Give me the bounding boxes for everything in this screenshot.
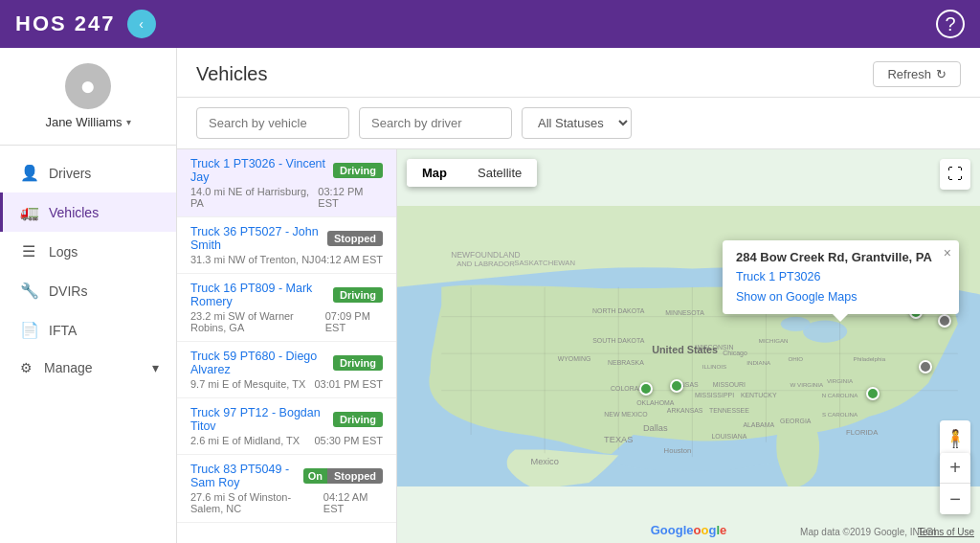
vehicle-location-4: 9.7 mi E of Mesquite, TX	[190, 378, 305, 390]
vehicle-item-top-6: Truck 83 PT5049 - Sam Roy OnStopped	[190, 463, 383, 489]
svg-text:NORTH DAKOTA: NORTH DAKOTA	[592, 307, 645, 314]
dvirs-icon: 🔧	[20, 282, 37, 300]
svg-text:SASKATCHEWAN: SASKATCHEWAN	[514, 259, 575, 267]
manage-icon: ⚙	[20, 360, 33, 375]
map-data-attr: Map data ©2019 Google, INEGI	[800, 527, 936, 537]
ifta-icon: 📄	[20, 321, 37, 339]
satellite-view-button[interactable]: Satellite	[462, 159, 537, 187]
svg-text:GEORGIA: GEORGIA	[780, 418, 812, 424]
back-button[interactable]: ‹	[127, 10, 156, 38]
zoom-out-button[interactable]: −	[940, 484, 970, 514]
svg-text:MISSOURI: MISSOURI	[713, 381, 746, 388]
vehicle-item-bottom-1: 14.0 mi NE of Harrisburg, PA 03:12 PM ES…	[190, 186, 383, 209]
sidebar-item-ifta[interactable]: 📄 IFTA	[0, 310, 176, 350]
sidebar-item-vehicles[interactable]: 🚛 Vehicles	[0, 192, 176, 232]
map-view-button[interactable]: Map	[407, 159, 462, 187]
sidebar-label-logs: Logs	[49, 244, 78, 260]
page-title: Vehicles	[196, 63, 268, 85]
vehicle-item-top-3: Truck 16 PT809 - Mark Romery Driving	[190, 282, 383, 308]
svg-text:NEWFOUNDLAND: NEWFOUNDLAND	[451, 250, 520, 260]
svg-text:S CAROLINA: S CAROLINA	[822, 411, 858, 418]
vehicle-item-2[interactable]: Truck 36 PT5027 - John Smith Stopped 31.…	[177, 217, 396, 274]
manage-chevron-icon: ▾	[152, 360, 159, 375]
popup-close-button[interactable]: ×	[944, 245, 951, 260]
vehicle-time-2: 04:12 AM EST	[315, 254, 383, 265]
sidebar-label-drivers: Drivers	[49, 166, 91, 181]
svg-text:Houston: Houston	[664, 446, 692, 455]
status-badge-4: Driving	[333, 355, 383, 371]
svg-text:ALABAMA: ALABAMA	[743, 421, 774, 428]
vehicle-name-1: Truck 1 PT3026 - Vincent Jay	[190, 157, 333, 184]
sidebar-item-logs[interactable]: ☰ Logs	[0, 232, 176, 271]
map-terms-link[interactable]: Terms of Use	[918, 527, 974, 537]
popup-truck-link[interactable]: Truck 1 PT3026	[736, 270, 946, 283]
vehicle-name-4: Truck 59 PT680 - Diego Alvarez	[190, 350, 333, 376]
svg-text:United States: United States	[652, 344, 718, 355]
map-marker-6[interactable]	[919, 360, 932, 373]
vehicle-item-3[interactable]: Truck 16 PT809 - Mark Romery Driving 23.…	[177, 274, 396, 342]
svg-text:MISSISSIPPI: MISSISSIPPI	[695, 392, 734, 398]
vehicle-location-1: 14.0 mi NE of Harrisburg, PA	[190, 186, 318, 209]
user-chevron-icon: ▾	[126, 117, 131, 127]
content-header: Vehicles Refresh ↻	[177, 48, 980, 98]
svg-text:MINNESOTA: MINNESOTA	[665, 309, 704, 316]
street-view-button[interactable]: 🧍	[940, 420, 970, 457]
refresh-label: Refresh	[887, 67, 931, 81]
user-name-row[interactable]: Jane Williams ▾	[45, 115, 130, 129]
fullscreen-button[interactable]: ⛶	[940, 159, 970, 190]
sidebar-nav: 👤 Drivers 🚛 Vehicles ☰ Logs 🔧 DVIRs 📄 IF…	[0, 146, 176, 543]
status-badge-3: Driving	[333, 287, 383, 303]
map-popup: × 284 Bow Creek Rd, Grantville, PA Truck…	[723, 240, 959, 314]
svg-text:TEXAS: TEXAS	[604, 435, 633, 444]
svg-text:ARKANSAS: ARKANSAS	[667, 407, 703, 414]
svg-text:N CAROLINA: N CAROLINA	[822, 392, 859, 398]
zoom-in-button[interactable]: +	[940, 453, 970, 484]
truck-id-1: Truck 1 PT3026	[190, 157, 275, 170]
zoom-controls: + −	[940, 453, 970, 514]
vehicle-time-4: 03:01 PM EST	[314, 378, 383, 390]
app-logo: HOS 247	[15, 11, 116, 36]
popup-address: 284 Bow Creek Rd, Grantville, PA	[736, 250, 946, 264]
svg-text:LOUISIANA: LOUISIANA	[711, 433, 746, 440]
svg-text:KENTUCKY: KENTUCKY	[741, 392, 777, 398]
svg-text:MICHIGAN: MICHIGAN	[759, 337, 789, 344]
sidebar-label-manage: Manage	[44, 360, 93, 375]
vehicle-item-4[interactable]: Truck 59 PT680 - Diego Alvarez Driving 9…	[177, 342, 396, 398]
vehicle-item-6[interactable]: Truck 83 PT5049 - Sam Roy OnStopped 27.6…	[177, 455, 396, 523]
map-marker-2[interactable]	[938, 314, 951, 328]
vehicle-location-2: 31.3 mi NW of Trenton, NJ	[190, 254, 315, 265]
status-badge-6: OnStopped	[303, 468, 383, 484]
street-view-icon: 🧍	[945, 428, 966, 449]
vehicle-time-5: 05:30 PM EST	[314, 435, 383, 446]
vehicle-item-bottom-4: 9.7 mi E of Mesquite, TX 03:01 PM EST	[190, 378, 383, 390]
user-name: Jane Williams	[45, 115, 122, 129]
popup-maps-link[interactable]: Show on Google Maps	[736, 290, 857, 304]
svg-text:ILLINOIS: ILLINOIS	[702, 363, 726, 370]
vehicle-item-5[interactable]: Truck 97 PT12 - Bogdan Titov Driving 2.6…	[177, 398, 396, 455]
vehicle-location-5: 2.6 mi E of Midland, TX	[190, 435, 300, 446]
vehicle-list: Truck 1 PT3026 - Vincent Jay Driving 14.…	[177, 149, 397, 543]
search-vehicle-input[interactable]	[196, 107, 349, 139]
map-attribution: Googleoogle	[651, 523, 727, 537]
vehicle-item-bottom-5: 2.6 mi E of Midland, TX 05:30 PM EST	[190, 435, 383, 446]
status-on-label: On	[303, 468, 327, 484]
status-badge-1: Driving	[333, 163, 383, 178]
sidebar-item-dvirs[interactable]: 🔧 DVIRs	[0, 271, 176, 310]
help-button[interactable]: ?	[936, 10, 965, 38]
status-filter-select[interactable]: All Statuses Driving Stopped	[522, 107, 632, 139]
map-area: NORTH DAKOTA MINNESOTA SOUTH DAKOTA WYOM…	[397, 149, 980, 543]
map-marker-3[interactable]	[866, 387, 880, 400]
sidebar-user: ● Jane Williams ▾	[0, 48, 176, 146]
map-marker-5[interactable]	[639, 382, 653, 396]
svg-text:OHIO: OHIO	[788, 355, 803, 362]
vehicle-item-1[interactable]: Truck 1 PT3026 - Vincent Jay Driving 14.…	[177, 149, 396, 217]
vehicle-name-5: Truck 97 PT12 - Bogdan Titov	[190, 406, 333, 433]
search-driver-input[interactable]	[359, 107, 512, 139]
svg-text:Mexico: Mexico	[531, 457, 559, 466]
refresh-button[interactable]: Refresh ↻	[873, 61, 961, 87]
sidebar-item-drivers[interactable]: 👤 Drivers	[0, 153, 176, 192]
map-toggle: Map Satellite	[407, 159, 537, 187]
map-marker-4[interactable]	[670, 379, 683, 393]
svg-text:Philadelphia: Philadelphia	[854, 355, 886, 362]
sidebar-item-manage[interactable]: ⚙ Manage ▾	[0, 350, 176, 386]
